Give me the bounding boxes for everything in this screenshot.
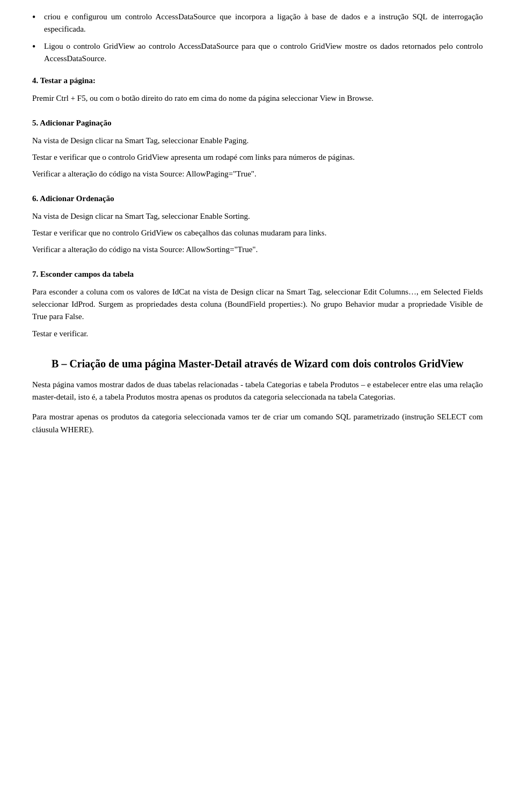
section-6-paragraph-1: Na vista de Design clicar na Smart Tag, … xyxy=(32,210,483,223)
section-7-paragraph-1: Para esconder a coluna com os valores de… xyxy=(32,286,483,323)
section-7-paragraph-2: Testar e verificar. xyxy=(32,328,483,340)
section-6: 6. Adicionar Ordenação Na vista de Desig… xyxy=(32,193,483,256)
section-5-paragraph-2: Testar e verificar que o controlo GridVi… xyxy=(32,151,483,164)
bullet-item-1: • criou e configurou um controlo AccessD… xyxy=(32,11,483,36)
section-b-heading: B – Criação de uma página Master-Detail … xyxy=(32,356,483,371)
section-4-heading: 4. Testar a página: xyxy=(32,75,483,87)
bullet-text-1: criou e configurou um controlo AccessDat… xyxy=(44,11,483,36)
section-b-paragraph-1: Nesta página vamos mostrar dados de duas… xyxy=(32,379,483,404)
section-b: B – Criação de uma página Master-Detail … xyxy=(32,356,483,436)
section-6-paragraph-3: Verificar a alteração do código na vista… xyxy=(32,243,483,256)
section-b-paragraph-2: Para mostrar apenas os produtos da categ… xyxy=(32,411,483,436)
section-5-paragraph-1: Na vista de Design clicar na Smart Tag, … xyxy=(32,135,483,147)
section-7: 7. Esconder campos da tabela Para escond… xyxy=(32,268,483,340)
section-6-paragraph-2: Testar e verificar que no controlo GridV… xyxy=(32,227,483,239)
section-5-heading: 5. Adicionar Paginação xyxy=(32,117,483,129)
section-6-heading: 6. Adicionar Ordenação xyxy=(32,193,483,205)
section-5-paragraph-3: Verificar a alteração do código na vista… xyxy=(32,168,483,180)
bullet-dot-1: • xyxy=(32,11,42,24)
section-4-paragraph: Premir Ctrl + F5, ou com o botão direito… xyxy=(32,92,483,105)
bullet-item-2: • Ligou o controlo GridView ao controlo … xyxy=(32,40,483,65)
section-4: 4. Testar a página: Premir Ctrl + F5, ou… xyxy=(32,75,483,105)
section-5: 5. Adicionar Paginação Na vista de Desig… xyxy=(32,117,483,181)
bullet-dot-2: • xyxy=(32,40,42,54)
intro-section: • criou e configurou um controlo AccessD… xyxy=(32,11,483,65)
bullet-text-2: Ligou o controlo GridView ao controlo Ac… xyxy=(44,40,483,65)
section-7-heading: 7. Esconder campos da tabela xyxy=(32,268,483,280)
